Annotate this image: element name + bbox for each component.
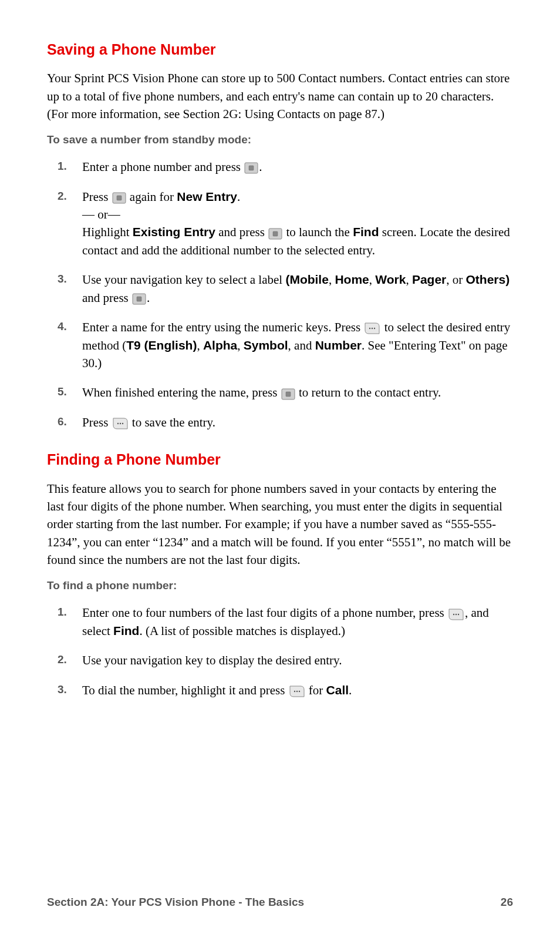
step-text: , and [288,338,315,352]
bold-label: Pager [412,273,446,286]
step-number: 2. [58,651,67,668]
footer-section-label: Section 2A: Your PCS Vision Phone - The … [47,896,304,908]
page-number: 26 [501,894,513,911]
heading-saving-phone-number: Saving a Phone Number [47,39,513,60]
subheading-save-standby: To save a number from standby mode: [47,132,513,148]
step-text: To dial the number, highlight it and pre… [82,683,288,697]
save-steps-list: 1. Enter a phone number and press . 2. P… [47,158,513,431]
step-number: 3. [58,271,67,287]
step-text: , [369,273,376,287]
step-text: to launch the [283,225,353,239]
heading-finding-phone-number: Finding a Phone Number [47,449,513,470]
step-1: 1. Enter a phone number and press . [47,158,513,176]
step-text: , or [446,273,465,287]
bold-label: Find [113,624,139,637]
step-text: . [147,291,150,305]
step-2: 2. Press again for New Entry. — or— High… [47,188,513,260]
step-number: 1. [58,158,67,174]
step-text: , [329,273,335,287]
bold-label: Alpha [203,338,237,352]
step-text: . (A list of possible matches is display… [139,624,345,638]
step-number: 4. [58,318,67,335]
step-text: and press [215,225,268,239]
step-text: to return to the contact entry. [296,385,441,399]
step-5: 5. When finished entering the name, pres… [47,384,513,401]
step-text: Enter a name for the entry using the num… [82,320,363,334]
bold-label: Home [335,273,369,286]
bold-label: (Mobile [285,273,329,286]
step-text: , [237,338,244,352]
soft-key-icon [289,685,305,698]
step-number: 3. [58,681,67,698]
step-number: 6. [58,414,67,430]
step-text: . [349,683,352,697]
find-step-2: 2. Use your navigation key to display th… [47,651,513,669]
find-step-3: 3. To dial the number, highlight it and … [47,681,513,699]
step-text: to save the entry. [129,415,215,429]
step-text: . [237,190,240,204]
step-text: Use your navigation key to select a labe… [82,273,285,287]
subheading-find-number: To find a phone number: [47,577,513,594]
bold-label: Symbol [244,338,288,352]
step-text: Press [82,190,112,204]
soft-key-icon [112,417,129,430]
bold-label: Find [353,225,379,238]
step-text: Highlight [82,225,133,239]
step-number: 2. [58,188,67,204]
step-text: Press [82,415,112,429]
step-text: and press [82,291,131,305]
step-text: — or— [82,207,120,221]
page-footer: Section 2A: Your PCS Vision Phone - The … [47,894,513,911]
step-text: Enter a phone number and press [82,160,244,174]
soft-key-icon [448,608,464,621]
step-text: . [259,160,262,174]
step-text: Use your navigation key to display the d… [82,653,342,667]
step-text: again for [127,190,177,204]
intro-paragraph-saving: Your Sprint PCS Vision Phone can store u… [47,69,513,123]
step-number: 1. [58,604,67,620]
step-number: 5. [58,384,67,400]
step-text: When finished entering the name, press [82,385,281,399]
step-text: , [197,338,203,352]
bold-label: New Entry [177,190,237,203]
step-4: 4. Enter a name for the entry using the … [47,318,513,372]
nav-key-icon [112,192,126,204]
bold-label: Existing Entry [133,225,215,238]
nav-key-icon [281,388,295,400]
intro-paragraph-finding: This feature allows you to search for ph… [47,480,513,569]
step-3: 3. Use your navigation key to select a l… [47,271,513,307]
nav-key-icon [132,293,146,305]
bold-label: Others) [466,273,510,286]
step-6: 6. Press to save the entry. [47,414,513,431]
step-text: for [306,683,326,697]
find-steps-list: 1. Enter one to four numbers of the last… [47,604,513,699]
bold-label: Number [315,338,362,352]
nav-key-icon [244,162,258,174]
nav-key-icon [268,228,282,240]
bold-label: Call [326,683,349,697]
soft-key-icon [364,322,380,335]
bold-label: T9 (English) [126,338,197,352]
step-text: , [406,273,412,287]
step-text: Enter one to four numbers of the last fo… [82,606,447,620]
find-step-1: 1. Enter one to four numbers of the last… [47,604,513,640]
bold-label: Work [375,273,406,286]
